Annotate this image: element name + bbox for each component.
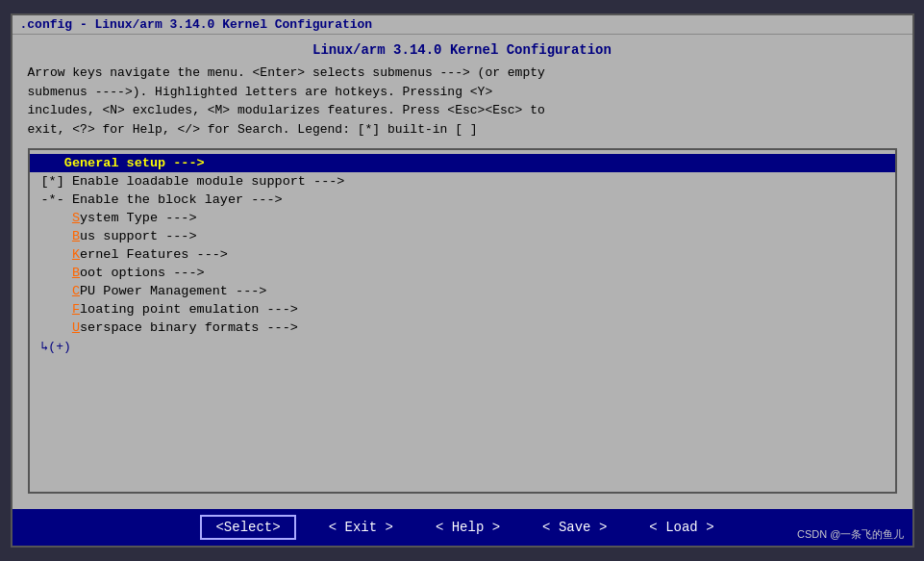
- menu-item-enable-loadable[interactable]: [*] Enable loadable module support --->: [30, 172, 895, 191]
- menu-item-general-setup[interactable]: General setup --->: [30, 154, 895, 172]
- menu-item-cpu-power[interactable]: CPU Power Management --->: [30, 282, 895, 300]
- menu-item-floating-point[interactable]: Floating point emulation --->: [30, 300, 895, 319]
- select-button[interactable]: <Select>: [200, 515, 295, 540]
- kernel-config-window: .config - Linux/arm 3.14.0 Kernel Config…: [11, 13, 914, 548]
- menu-box: General setup ---> [*] Enable loadable m…: [28, 148, 897, 494]
- hotkey-b: B: [72, 229, 80, 243]
- desc-line-2: submenus ---->). Highlighted letters are…: [28, 83, 897, 102]
- menu-item-boot-options[interactable]: Boot options --->: [30, 264, 895, 282]
- menu-item-kernel-features[interactable]: Kernel Features --->: [30, 245, 895, 264]
- main-content: Linux/arm 3.14.0 Kernel Configuration Ar…: [12, 35, 912, 509]
- hotkey-s: S: [72, 211, 80, 225]
- hotkey-f: F: [72, 302, 80, 317]
- exit-button[interactable]: < Exit >: [319, 517, 403, 538]
- menu-item-userspace-binary[interactable]: Userspace binary formats --->: [30, 319, 895, 337]
- help-button[interactable]: < Help >: [426, 517, 510, 538]
- load-button[interactable]: < Load >: [639, 517, 723, 538]
- hotkey-k: K: [72, 247, 80, 262]
- menu-item-label: General setup --->: [64, 156, 205, 170]
- title-bar: .config - Linux/arm 3.14.0 Kernel Config…: [12, 15, 912, 35]
- menu-item-bus-support[interactable]: Bus support --->: [30, 227, 895, 245]
- watermark: CSDN @一条飞的鱼儿: [797, 527, 904, 542]
- config-title: Linux/arm 3.14.0 Kernel Configuration: [28, 42, 897, 58]
- save-button[interactable]: < Save >: [533, 517, 616, 538]
- desc-line-1: Arrow keys navigate the menu. <Enter> se…: [28, 64, 897, 83]
- menu-item-enable-block[interactable]: -*- Enable the block layer --->: [30, 191, 895, 209]
- hotkey-b2: B: [72, 266, 80, 280]
- description-text: Arrow keys navigate the menu. <Enter> se…: [28, 64, 897, 139]
- hotkey-u: U: [72, 320, 80, 335]
- desc-line-4: exit, <?> for Help, </> for Search. Lege…: [28, 120, 897, 140]
- desc-line-3: includes, <N> excludes, <M> modularizes …: [28, 101, 897, 120]
- menu-item-system-type[interactable]: System Type --->: [30, 209, 895, 227]
- bottom-indicator: ↳(+): [30, 337, 895, 356]
- window-title: .config - Linux/arm 3.14.0 Kernel Config…: [20, 17, 373, 32]
- hotkey-c: C: [72, 284, 80, 298]
- button-bar: <Select> < Exit > < Help > < Save > < Lo…: [12, 509, 912, 546]
